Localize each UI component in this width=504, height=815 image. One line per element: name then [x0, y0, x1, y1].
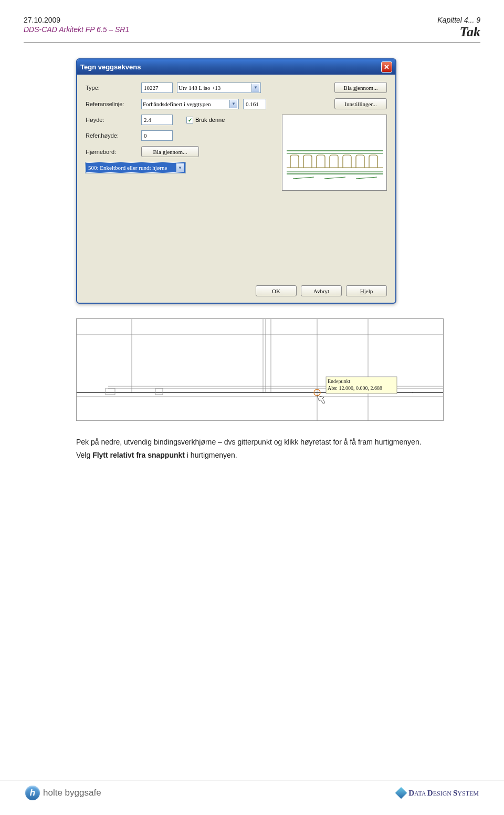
browse-button[interactable]: Bla gjennom... — [334, 82, 387, 93]
corner-browse-button[interactable]: Bla gjennom... — [141, 146, 199, 157]
instruction-p2: Velg Flytt relativt fra snappunkt i hurt… — [76, 450, 428, 461]
svg-line-7 — [356, 177, 377, 179]
dialog-tegn-veggsekvens: Tegn veggsekvens ✕ Type: Utv 148 L iso +… — [76, 58, 396, 304]
page-footer: h holte byggsafe DATA DESIGN SYSTEM — [0, 780, 504, 800]
label-type: Type: — [86, 85, 137, 91]
svg-point-24 — [262, 392, 264, 393]
chevron-down-icon: ▼ — [176, 163, 184, 172]
refline-select[interactable]: Forhåndsdefinert i veggtypen ▼ — [141, 99, 239, 109]
chevron-down-icon: ▼ — [229, 100, 237, 108]
label-height: Høyde: — [86, 117, 137, 123]
dialog-title: Tegn veggsekvens — [80, 63, 141, 71]
titlebar[interactable]: Tegn veggsekvens ✕ — [77, 59, 395, 75]
refline-num-input[interactable] — [243, 99, 266, 109]
cad-drawing-area: Endepunkt Abs: 12.000, 0.000, 2.688 — [76, 318, 444, 421]
close-button[interactable]: ✕ — [381, 61, 392, 73]
svg-line-6 — [324, 177, 345, 179]
dds-logo-icon — [395, 787, 407, 799]
label-refline: Referanselinje: — [86, 101, 137, 107]
tooltip-line2: Abs: 12.000, 0.000, 2.688 — [328, 385, 382, 391]
header-rule — [24, 42, 480, 43]
svg-point-23 — [412, 392, 413, 393]
dds-logo: DATA DESIGN SYSTEM — [397, 789, 479, 798]
settings-button[interactable]: Innstillinger... — [334, 98, 387, 109]
refheight-input[interactable] — [141, 130, 173, 141]
type-code-input[interactable] — [141, 82, 173, 93]
wall-preview — [282, 115, 387, 191]
label-refheight: Refer.høyde: — [86, 132, 137, 139]
svg-rect-20 — [155, 388, 163, 395]
type-desc-select[interactable]: Utv 148 L iso +13 ▼ — [177, 82, 261, 93]
svg-line-5 — [293, 177, 314, 179]
instruction-p1: Pek på nedre, utvendig bindingsverkhjørn… — [76, 437, 428, 448]
holte-logo-icon: h — [25, 786, 40, 800]
help-button[interactable]: Hjelp — [346, 285, 387, 296]
close-icon: ✕ — [384, 63, 390, 71]
height-input[interactable] — [141, 115, 173, 125]
label-corner: Hjørnebord: — [86, 149, 137, 155]
svg-point-25 — [131, 392, 132, 393]
holte-text: holte byggsafe — [43, 788, 101, 798]
header-chapter: Kapittel 4... 9 — [437, 16, 480, 24]
instruction-text: Pek på nedre, utvendig bindingsverkhjørn… — [24, 437, 480, 461]
ok-button[interactable]: OK — [256, 285, 297, 296]
header-date: 27.10.2009 — [24, 16, 129, 24]
dds-text: DATA DESIGN SYSTEM — [408, 789, 479, 798]
svg-rect-19 — [106, 388, 115, 395]
holte-logo: h holte byggsafe — [25, 786, 101, 800]
page-header: 27.10.2009 DDS-CAD Arkitekt FP 6.5 – SR1… — [24, 16, 480, 40]
header-software: DDS-CAD Arkitekt FP 6.5 – SR1 — [24, 25, 129, 34]
tooltip-line1: Endepunkt — [328, 378, 382, 385]
cancel-button[interactable]: Avbryt — [301, 285, 342, 296]
header-section: Tak — [437, 24, 480, 40]
use-this-label: Bruk denne — [195, 117, 225, 123]
corner-select[interactable]: 500: Enkeltbord eller rundt hjørne ▼ — [86, 162, 185, 173]
chevron-down-icon: ▼ — [251, 84, 259, 92]
use-this-checkbox[interactable]: ✓ — [186, 117, 193, 123]
